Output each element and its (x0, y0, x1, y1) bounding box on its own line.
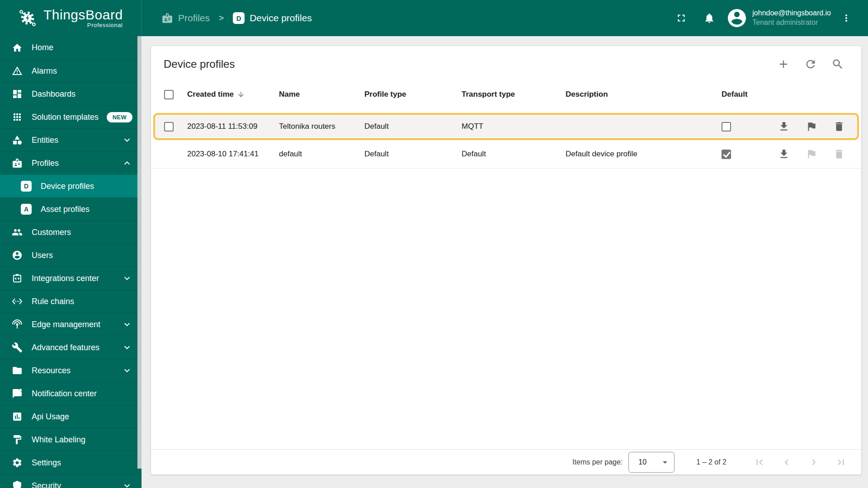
sidebar-item-resources[interactable]: Resources (0, 359, 142, 382)
column-header-name[interactable]: Name (279, 90, 364, 99)
sidebar-item-profiles[interactable]: Profiles (0, 151, 142, 174)
apps-grid-icon (12, 112, 23, 122)
sidebar-item-rule-chains[interactable]: Rule chains (0, 290, 142, 313)
set-default-flag-button-disabled (806, 148, 817, 160)
sidebar-item-dashboards[interactable]: Dashboards (0, 82, 142, 105)
sidebar-item-integrations-center[interactable]: Integrations center (0, 267, 142, 290)
chevron-down-icon (122, 273, 132, 284)
shield-icon (12, 480, 23, 488)
sidebar-item-device-profiles[interactable]: D Device profiles (0, 174, 142, 197)
cell-profile-type: Default (364, 150, 462, 159)
sidebar-item-customers[interactable]: Customers (0, 221, 142, 244)
gear-icon (12, 457, 23, 468)
thingsboard-logo-icon (17, 8, 38, 28)
breadcrumb-device-profiles: D Device profiles (233, 12, 312, 24)
sidebar-nav: Home Alarms Dashboards Solution template… (0, 36, 142, 488)
chevron-up-icon (122, 158, 132, 169)
sidebar-item-asset-profiles[interactable]: A Asset profiles (0, 197, 142, 221)
export-profile-button[interactable] (778, 121, 790, 132)
topbar-actions: johndoe@thingsboard.io Tenant administra… (675, 7, 868, 29)
asset-profile-a-icon: A (21, 204, 32, 215)
row-checkbox[interactable] (164, 122, 174, 131)
sidebar-item-advanced-features[interactable]: Advanced features (0, 336, 142, 359)
cell-profile-type: Default (364, 122, 462, 131)
paint-roller-icon (12, 434, 23, 445)
pagination-range-label: 1 – 2 of 2 (696, 458, 726, 466)
table-row-default[interactable]: 2023-08-10 17:41:41 default Default Defa… (151, 140, 861, 169)
user-avatar-icon[interactable] (726, 7, 748, 29)
fullscreen-button[interactable] (675, 12, 687, 24)
sidebar-item-solution-templates[interactable]: Solution templates NEW (0, 105, 142, 128)
delete-profile-button[interactable] (833, 121, 845, 132)
table-row-teltonika-routers[interactable]: 2023-08-11 11:53:09 Teltonika routers De… (153, 113, 859, 140)
folder-icon (12, 365, 23, 376)
page-size-value: 10 (638, 458, 646, 466)
column-header-profile-type[interactable]: Profile type (364, 90, 462, 99)
sidebar-item-edge-management[interactable]: Edge management (0, 313, 142, 336)
column-header-transport-type[interactable]: Transport type (462, 90, 566, 99)
add-device-profile-button[interactable] (777, 58, 790, 70)
sidebar-item-alarms[interactable]: Alarms (0, 59, 142, 82)
user-menu[interactable]: johndoe@thingsboard.io Tenant administra… (752, 9, 831, 28)
set-default-flag-button[interactable] (806, 121, 817, 132)
brand-logo[interactable]: ThingsBoard Professional (0, 0, 142, 36)
breadcrumb-profiles[interactable]: Profiles (161, 12, 210, 24)
warning-icon (12, 66, 23, 76)
brand-name: ThingsBoard (43, 8, 123, 22)
sidebar-item-settings[interactable]: Settings (0, 451, 142, 474)
sidebar-item-security[interactable]: Security (0, 474, 142, 488)
brand-edition: Professional (87, 22, 123, 28)
sidebar-item-api-usage[interactable]: Api Usage (0, 405, 142, 428)
cell-description: Default device profile (566, 150, 722, 159)
table-pagination-footer: Items per page: 10 1 – 2 of 2 (151, 449, 861, 474)
cell-created-time: 2023-08-11 11:53:09 (187, 122, 279, 131)
account-circle-icon (12, 250, 23, 261)
table-toolbar (777, 58, 844, 70)
sort-descending-icon (237, 90, 245, 99)
sidebar-scrollbar[interactable] (137, 36, 142, 469)
default-checkbox[interactable] (722, 150, 731, 159)
first-page-button (754, 456, 765, 468)
sidebar-item-users[interactable]: Users (0, 244, 142, 267)
badge-icon (161, 12, 173, 24)
dashboard-icon (12, 89, 23, 99)
sidebar-item-entities[interactable]: Entities (0, 128, 142, 151)
more-options-button[interactable] (841, 13, 852, 23)
notifications-bell-button[interactable] (703, 12, 715, 24)
sidebar-item-white-labeling[interactable]: White Labeling (0, 428, 142, 451)
home-icon (12, 42, 23, 53)
pagination-controls (754, 456, 847, 468)
breadcrumb-separator: > (219, 13, 224, 23)
search-button[interactable] (831, 58, 844, 70)
sidebar-item-notification-center[interactable]: Notification center (0, 382, 142, 405)
device-profile-icon: D (233, 12, 245, 24)
column-header-description[interactable]: Description (566, 90, 722, 99)
top-header-bar: ThingsBoard Professional Profiles > D De… (0, 0, 868, 36)
column-header-default[interactable]: Default (722, 90, 778, 99)
chevron-down-icon (122, 135, 132, 145)
previous-page-button (781, 456, 793, 468)
chevron-down-icon (122, 365, 132, 376)
page-title: Device profiles (164, 58, 235, 70)
chevron-down-icon (122, 480, 132, 488)
sidebar-item-home[interactable]: Home (0, 36, 142, 59)
page-size-select[interactable]: 10 (628, 452, 675, 473)
tools-icon (12, 342, 23, 353)
main-content: Device profiles Created tim (142, 36, 868, 488)
cell-name: default (279, 150, 364, 159)
antenna-icon (12, 319, 23, 330)
export-profile-button[interactable] (778, 148, 790, 160)
cell-created-time: 2023-08-10 17:41:41 (187, 150, 279, 159)
user-email: johndoe@thingsboard.io (752, 9, 831, 18)
user-role: Tenant administrator (752, 18, 831, 28)
new-badge: NEW (107, 112, 132, 122)
cell-transport-type: Default (462, 150, 566, 159)
select-all-checkbox[interactable] (164, 90, 174, 99)
cell-name: Teltonika routers (279, 122, 364, 131)
delete-profile-button-disabled (833, 148, 845, 160)
category-icon (12, 135, 23, 145)
people-icon (12, 227, 23, 238)
column-header-created-time[interactable]: Created time (187, 90, 279, 99)
default-checkbox[interactable] (722, 122, 731, 131)
refresh-button[interactable] (804, 58, 817, 70)
